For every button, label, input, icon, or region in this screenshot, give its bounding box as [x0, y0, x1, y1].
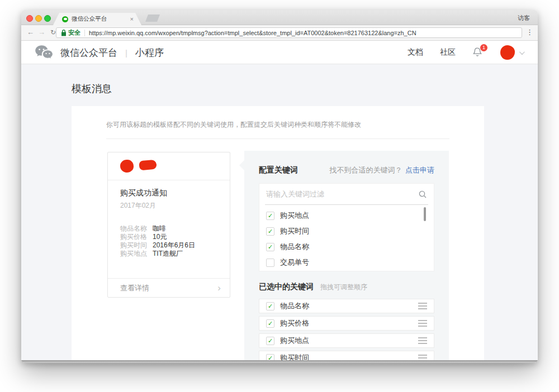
reload-icon[interactable]: ↻: [50, 28, 56, 37]
selected-keyword-row[interactable]: ✓ 购买时间: [259, 351, 434, 360]
notifications-button[interactable]: 1: [472, 47, 484, 58]
selected-keyword-label: 购买价格: [280, 318, 309, 328]
template-title: 购买成功通知: [120, 188, 217, 198]
field-value: 10元: [153, 233, 167, 241]
brand-title: 微信公众平台: [60, 46, 117, 59]
back-icon[interactable]: ←: [27, 28, 34, 37]
selected-keywords-list: ✓ 物品名称 ✓ 购买价格 ✓ 购买地点: [259, 299, 434, 360]
tab-title: 微信公众平台: [72, 15, 127, 23]
account-menu[interactable]: [500, 45, 523, 60]
field-label: 物品名称: [120, 224, 153, 233]
new-tab-button[interactable]: [145, 15, 160, 22]
page-title: 模板消息: [72, 82, 112, 95]
checkbox-checked-icon[interactable]: ✓: [266, 337, 274, 345]
window-close-button[interactable]: [26, 15, 33, 22]
notification-badge: 1: [480, 44, 487, 51]
keyword-option[interactable]: ✓ 购买地点: [259, 208, 434, 223]
view-detail-row[interactable]: 查看详情 ›: [108, 278, 230, 297]
field-value: 咖啡: [153, 224, 166, 233]
browser-window: 微信公众平台 × 访客 ← → ↻ 安全 https://mp.weixin.q…: [21, 10, 538, 363]
keyword-option-label: 购买地点: [280, 211, 309, 221]
wechat-logo-icon: [35, 45, 54, 60]
keyword-option[interactable]: 交易单号: [259, 255, 434, 270]
panel-header-right: 找不到合适的关键词？ 点击申请: [329, 165, 434, 175]
chevron-down-icon: [519, 49, 525, 55]
window-minimize-button[interactable]: [35, 15, 42, 22]
keyword-option-label: 交易单号: [280, 257, 309, 267]
template-fields: 物品名称 咖啡 购买价格 10元 购买时间 2016年6月6日: [120, 224, 217, 258]
forward-icon[interactable]: →: [38, 28, 45, 37]
selected-keyword-row[interactable]: ✓ 购买价格: [259, 316, 434, 331]
view-detail-link[interactable]: 查看详情: [120, 283, 149, 293]
lock-icon: [61, 30, 67, 36]
avatar[interactable]: [500, 45, 515, 60]
drag-handle-icon[interactable]: [418, 337, 427, 344]
drag-hint: 拖拽可调整顺序: [320, 283, 367, 292]
field-value: 2016年6月6日: [153, 241, 195, 250]
keyword-option[interactable]: ✓ 购买时间: [259, 223, 434, 239]
panel-header: 配置关键词 找不到合适的关键词？ 点击申请: [259, 165, 434, 175]
keyword-filter-box: ✓ 购买地点 ✓ 购买时间 ✓ 物品名称: [259, 183, 434, 271]
checkbox-checked-icon[interactable]: ✓: [266, 319, 274, 328]
drag-handle-icon[interactable]: [418, 320, 427, 327]
browser-titlebar: 微信公众平台 × 访客: [21, 10, 538, 25]
selected-keyword-row[interactable]: ✓ 购买地点: [259, 333, 434, 348]
apply-keyword-link[interactable]: 点击申请: [405, 166, 434, 174]
nav-community-link[interactable]: 社区: [440, 47, 456, 58]
selected-keyword-row[interactable]: ✓ 物品名称: [259, 299, 434, 313]
drag-handle-icon[interactable]: [418, 355, 427, 360]
page-body: 模板消息 你可用该标题的模板搭配不同的关键词使用，配置提交后关键词种类和顺序将不…: [21, 64, 538, 360]
template-field-row: 购买地点 TIT造舰厂: [120, 250, 217, 258]
page-description: 你可用该标题的模板搭配不同的关键词使用，配置提交后关键词种类和顺序将不能修改: [106, 106, 449, 139]
preview-account-row: [108, 152, 230, 180]
wechat-favicon-icon: [62, 16, 68, 22]
address-bar[interactable]: 安全 https://mp.weixin.qq.com/wxopen/tmplm…: [56, 27, 522, 38]
security-badge[interactable]: 安全: [61, 28, 80, 37]
site-header: 微信公众平台 | 小程序 文档 社区 1: [21, 41, 538, 64]
checkbox-checked-icon[interactable]: ✓: [266, 243, 274, 251]
scrollbar-thumb[interactable]: [424, 207, 426, 221]
selected-keyword-label: 物品名称: [280, 301, 309, 311]
field-label: 购买时间: [120, 241, 153, 250]
browser-tab[interactable]: 微信公众平台 ×: [53, 13, 141, 25]
checkbox-checked-icon[interactable]: ✓: [266, 212, 274, 220]
template-field-row: 购买时间 2016年6月6日: [120, 241, 217, 250]
checkbox-unchecked-icon[interactable]: [266, 259, 274, 267]
selected-keywords-header: 已选中的关键词 拖拽可调整顺序: [259, 282, 434, 292]
selected-keywords-title: 已选中的关键词: [259, 282, 314, 292]
more-vertical-icon[interactable]: ⋮: [526, 28, 533, 36]
template-date: 2017年02月: [120, 201, 217, 211]
template-field-row: 购买价格 10元: [120, 233, 217, 241]
selected-keyword-label: 购买地点: [280, 336, 309, 346]
url-divider: [84, 30, 85, 36]
browser-profile-button[interactable]: 访客: [518, 14, 530, 22]
redacted-account-name: [139, 160, 157, 171]
checkbox-checked-icon[interactable]: ✓: [266, 354, 274, 361]
brand-divider: |: [125, 48, 127, 58]
keyword-options-list: ✓ 购买地点 ✓ 购买时间 ✓ 物品名称: [259, 205, 434, 270]
tab-close-icon[interactable]: ×: [130, 16, 134, 22]
template-preview-card: 购买成功通知 2017年02月 物品名称 咖啡 购买价格 10元: [107, 152, 230, 298]
keyword-search-row: [265, 184, 428, 205]
redacted-avatar: [120, 160, 134, 173]
drag-handle-icon[interactable]: [418, 303, 427, 309]
keyword-option[interactable]: ✓ 物品名称: [259, 239, 434, 255]
preview-body: 购买成功通知 2017年02月 物品名称 咖啡 购买价格 10元: [108, 180, 230, 258]
checkbox-checked-icon[interactable]: ✓: [266, 227, 274, 236]
keyword-option-label: 购买时间: [280, 226, 309, 236]
chevron-right-icon: ›: [217, 283, 221, 293]
window-bottom-edge: [21, 360, 538, 363]
panel-title: 配置关键词: [259, 165, 298, 175]
window-zoom-button[interactable]: [44, 15, 51, 22]
field-value: TIT造舰厂: [153, 250, 183, 258]
field-label: 购买地点: [120, 250, 153, 258]
checkbox-checked-icon[interactable]: ✓: [266, 302, 274, 310]
nav-docs-link[interactable]: 文档: [408, 47, 423, 58]
keyword-help-text: 找不到合适的关键词？: [329, 166, 402, 174]
desktop: 微信公众平台 × 访客 ← → ↻ 安全 https://mp.weixin.q…: [0, 0, 559, 392]
keyword-config-panel: 配置关键词 找不到合适的关键词？ 点击申请: [244, 151, 449, 360]
search-icon[interactable]: [418, 190, 427, 199]
keyword-filter-input[interactable]: [266, 190, 418, 198]
template-field-row: 物品名称 咖啡: [120, 224, 217, 233]
header-nav: 文档 社区 1: [408, 41, 523, 64]
